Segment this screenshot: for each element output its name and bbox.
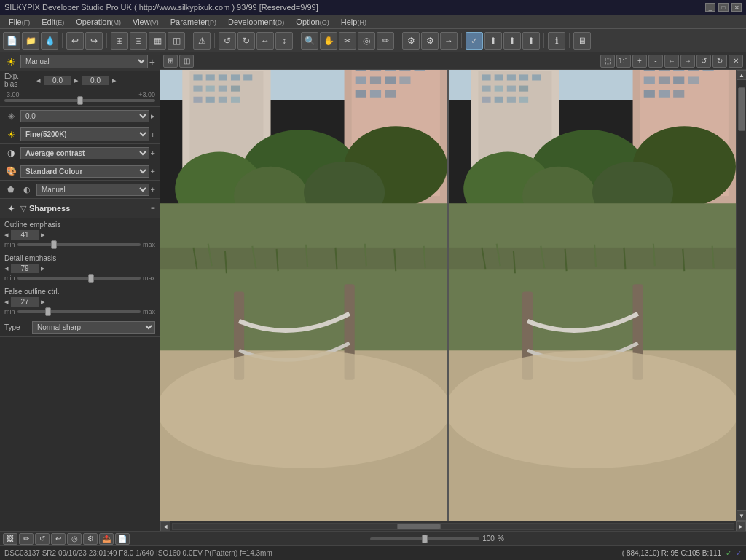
colour-add[interactable]: +	[151, 167, 155, 176]
exp-bias-val2[interactable]: 0.0	[82, 76, 109, 85]
exposure-select[interactable]: Manual	[20, 55, 148, 68]
toolbar-grid1[interactable]: ⊞	[111, 32, 128, 50]
minimize-button[interactable]: _	[705, 3, 715, 12]
wb-add[interactable]: +	[151, 130, 155, 139]
exposure-slider-track[interactable]	[4, 99, 155, 102]
v-scroll-up[interactable]: ▲	[737, 70, 746, 80]
exp-bias-left-arrow[interactable]: ◂	[36, 76, 41, 85]
outline-emphasis-input[interactable]: 41	[11, 230, 39, 240]
menu-edit[interactable]: Edit(E)	[36, 16, 70, 28]
bottom-btn-7[interactable]: 📤	[99, 533, 114, 545]
img-tb-next[interactable]: →	[680, 55, 695, 68]
toolbar-rotate-l[interactable]: ↺	[219, 32, 236, 50]
toolbar-redo[interactable]: ↪	[85, 32, 103, 50]
toolbar-zoom[interactable]: 🔍	[301, 32, 318, 50]
detail-slider[interactable]	[17, 277, 141, 280]
toolbar-grid2[interactable]: ⊟	[130, 32, 147, 50]
toolbar-warn[interactable]: ⚠	[193, 32, 211, 50]
detail-emphasis-input[interactable]: 79	[11, 264, 39, 273]
toolbar-export1[interactable]: ⬆	[484, 32, 502, 50]
zoom-slider-thumb[interactable]	[422, 535, 428, 543]
tone-select[interactable]: Average contrast	[20, 147, 149, 159]
toolbar-eyedrop[interactable]: 💧	[41, 32, 58, 50]
exposure-slider-thumb[interactable]	[77, 96, 83, 105]
img-tb-undo[interactable]: ↺	[696, 55, 711, 68]
sharpness-menu-icon[interactable]: ≡	[151, 205, 155, 213]
bottom-btn-4[interactable]: ↩	[51, 533, 66, 545]
false-outline-slider[interactable]	[17, 310, 141, 313]
toolbar-stamp[interactable]: ◎	[358, 32, 375, 50]
toolbar-open[interactable]: 📁	[22, 32, 39, 50]
exposure-add-button[interactable]: +	[149, 56, 155, 68]
toolbar-crop[interactable]: ✂	[339, 32, 356, 50]
exp-bias-right-arrow2[interactable]: ▸	[112, 76, 117, 85]
toolbar-monitor[interactable]: 🖥	[573, 32, 591, 50]
menu-option[interactable]: Option(O)	[290, 16, 334, 28]
menu-file[interactable]: File(F)	[3, 16, 36, 28]
h-scroll-track[interactable]	[172, 523, 734, 530]
type-select[interactable]: Normal sharp High sharp Soft	[32, 321, 155, 334]
detail-slider-thumb[interactable]	[88, 274, 94, 283]
toolbar-view2[interactable]: ◫	[168, 32, 185, 50]
horizontal-scrollbar[interactable]: ◄ ►	[160, 521, 746, 531]
false-right-arrow[interactable]: ▸	[41, 297, 45, 307]
toolbar-flip[interactable]: ↔	[256, 32, 274, 50]
close-button[interactable]: ✕	[731, 3, 742, 12]
img-tb-zoom-out[interactable]: -	[648, 55, 663, 68]
toolbar-new[interactable]: 📄	[3, 32, 20, 50]
false-outline-input[interactable]: 27	[11, 297, 39, 307]
maximize-button[interactable]: □	[718, 3, 729, 12]
img-tb-compare[interactable]: ◫	[179, 55, 194, 68]
bottom-btn-1[interactable]: 🖼	[3, 533, 17, 545]
value-select[interactable]: 0.0	[20, 110, 149, 122]
v-scroll-thumb[interactable]	[738, 87, 745, 131]
bottom-btn-6[interactable]: ⚙	[83, 533, 98, 545]
outline-right-arrow[interactable]: ▸	[41, 230, 45, 240]
exp-bias-val1[interactable]: 0.0	[44, 76, 71, 85]
manual2-select[interactable]: Manual	[36, 184, 149, 196]
outline-left-arrow[interactable]: ◂	[4, 230, 9, 240]
toolbar-settings1[interactable]: ⚙	[402, 32, 420, 50]
false-slider-thumb[interactable]	[45, 307, 51, 316]
toolbar-anchor[interactable]: ⬆	[522, 32, 540, 50]
menu-help[interactable]: Help(H)	[335, 16, 372, 28]
img-tb-prev[interactable]: ←	[664, 55, 679, 68]
bottom-btn-5[interactable]: ◎	[67, 533, 82, 545]
sharpness-header[interactable]: ✦ ▽ Sharpness ≡	[0, 199, 160, 218]
false-left-arrow[interactable]: ◂	[4, 297, 9, 307]
toolbar-hand[interactable]: ✋	[320, 32, 337, 50]
toolbar-view1[interactable]: ▦	[149, 32, 166, 50]
img-tb-original[interactable]: 1:1	[616, 55, 631, 68]
menu-view[interactable]: View(V)	[127, 16, 165, 28]
menu-development[interactable]: Development(D)	[222, 16, 290, 28]
toolbar-pen[interactable]: ✏	[377, 32, 394, 50]
h-scroll-left[interactable]: ◄	[160, 521, 170, 532]
value-add[interactable]: ▸	[151, 111, 155, 121]
menu-parameter[interactable]: Parameter(P)	[165, 16, 222, 28]
colour-select[interactable]: Standard Colour	[20, 165, 149, 178]
tone-add[interactable]: +	[151, 149, 155, 157]
img-tb-grid[interactable]: ⊞	[163, 55, 178, 68]
toolbar-check[interactable]: ✓	[466, 32, 483, 50]
right-image-panel[interactable]	[447, 70, 736, 521]
wb-select[interactable]: Fine(5200K)	[20, 127, 149, 141]
img-tb-close[interactable]: ✕	[729, 55, 743, 68]
bottom-btn-2[interactable]: ✏	[19, 533, 34, 545]
h-scroll-thumb[interactable]	[397, 524, 441, 529]
left-image-panel[interactable]	[160, 70, 447, 521]
toolbar-settings2[interactable]: ⚙	[421, 32, 439, 50]
h-scroll-right[interactable]: ►	[736, 521, 746, 532]
menu-operation[interactable]: Operation(M)	[70, 16, 127, 28]
toolbar-rotate-r[interactable]: ↻	[237, 32, 255, 50]
vertical-scrollbar[interactable]: ▲ ▼	[736, 70, 746, 521]
v-scroll-track[interactable]	[737, 80, 746, 510]
bottom-btn-3[interactable]: ↺	[35, 533, 50, 545]
bottom-btn-8[interactable]: 📄	[115, 533, 130, 545]
toolbar-arrow1[interactable]: →	[440, 32, 458, 50]
exp-bias-right-arrow[interactable]: ▸	[74, 76, 79, 85]
manual2-add[interactable]: +	[151, 185, 155, 194]
detail-right-arrow[interactable]: ▸	[41, 264, 45, 273]
v-scroll-down[interactable]: ▼	[737, 510, 746, 521]
img-tb-fit[interactable]: ⬚	[600, 55, 615, 68]
zoom-slider[interactable]	[370, 537, 479, 540]
